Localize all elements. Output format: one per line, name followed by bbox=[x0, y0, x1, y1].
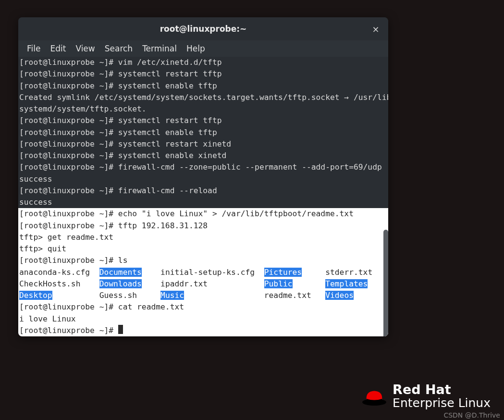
cursor bbox=[118, 325, 123, 334]
menu-help[interactable]: Help bbox=[182, 42, 210, 55]
menu-view[interactable]: View bbox=[71, 42, 99, 55]
terminal-content[interactable]: [root@linuxprobe ~]# vim /etc/xinetd.d/t… bbox=[18, 57, 388, 336]
menu-terminal[interactable]: Terminal bbox=[137, 42, 182, 55]
scrollbar-thumb[interactable] bbox=[383, 230, 388, 336]
terminal-window: root@linuxprobe:~ × File Edit View Searc… bbox=[18, 17, 388, 336]
window-title: root@linuxprobe:~ bbox=[160, 24, 247, 34]
menu-edit[interactable]: Edit bbox=[45, 42, 71, 55]
logo-text: Red Hat Enterprise Linux bbox=[393, 383, 491, 409]
terminal-body[interactable]: [root@linuxprobe ~]# vim /etc/xinetd.d/t… bbox=[18, 57, 388, 336]
menu-file[interactable]: File bbox=[22, 42, 45, 55]
close-icon[interactable]: × bbox=[370, 23, 381, 35]
logo-line2: Enterprise Linux bbox=[393, 397, 491, 409]
logo-line1: Red Hat bbox=[393, 383, 491, 396]
fedora-hat-icon bbox=[362, 387, 387, 406]
menubar: File Edit View Search Terminal Help bbox=[18, 40, 388, 57]
titlebar[interactable]: root@linuxprobe:~ × bbox=[18, 17, 388, 40]
watermark: CSDN @D.Thrive bbox=[443, 411, 500, 419]
redhat-logo: Red Hat Enterprise Linux bbox=[362, 383, 491, 409]
menu-search[interactable]: Search bbox=[100, 42, 137, 55]
